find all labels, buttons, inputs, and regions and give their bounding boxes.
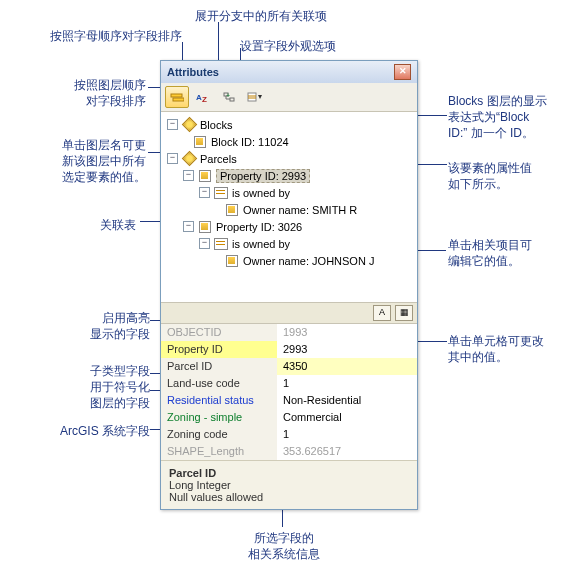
grid-field-name: Zoning code — [161, 426, 277, 443]
tree-label: is owned by — [232, 187, 290, 199]
callout-alpha-order: 按照字母顺序对字段排序 — [50, 28, 182, 44]
toolbar: AZ + — [161, 83, 417, 112]
tree-related-record-1[interactable]: Owner name: SMITH R — [165, 201, 413, 218]
svg-rect-5 — [230, 98, 234, 101]
callout-sysfield: ArcGIS 系统字段 — [30, 423, 150, 439]
grid-field-value[interactable]: 353.626517 — [277, 443, 417, 460]
layer-icon — [182, 153, 196, 165]
grid-field-name: Residential status — [161, 392, 277, 409]
tree-label: is owned by — [232, 238, 290, 250]
svg-marker-12 — [258, 95, 262, 99]
collapse-icon[interactable]: − — [167, 119, 178, 130]
callout-options: 设置字段外观选项 — [240, 38, 336, 54]
field-appearance-button[interactable] — [243, 86, 267, 108]
collapse-icon[interactable]: − — [199, 187, 210, 198]
titlebar[interactable]: Attributes ✕ — [161, 61, 417, 83]
field-info-line: Null values allowed — [169, 491, 409, 503]
feature-icon — [193, 136, 207, 148]
field-info-title: Parcel ID — [169, 467, 409, 479]
layer-order-button[interactable] — [165, 86, 189, 108]
tree-related-record-2[interactable]: Owner name: JOHNSON J — [165, 252, 413, 269]
view-mode-button-2[interactable]: ▦ — [395, 305, 413, 321]
grid-row[interactable]: SHAPE_Length353.626517 — [161, 443, 417, 460]
tree-label: Owner name: JOHNSON J — [243, 255, 374, 267]
grid-toolbar: A ▦ — [161, 302, 417, 324]
feature-icon — [198, 221, 212, 233]
grid-field-name: Land-use code — [161, 375, 277, 392]
callout-clickcell: 单击单元格可更改 其中的值。 — [448, 333, 544, 365]
attribute-grid: OBJECTID1993Property ID2993Parcel ID4350… — [161, 324, 417, 460]
collapse-icon[interactable]: − — [183, 170, 194, 181]
callout-displayexpr: Blocks 图层的显示 表达式为“Block ID:” 加一个 ID。 — [448, 93, 547, 142]
view-mode-button-1[interactable]: A — [373, 305, 391, 321]
field-info-line: Long Integer — [169, 479, 409, 491]
svg-rect-1 — [173, 98, 184, 101]
grid-field-value[interactable]: 2993 — [277, 341, 417, 358]
callout-clickrelated: 单击相关项目可 编辑它的值。 — [448, 237, 532, 269]
tree-feature-block[interactable]: Block ID: 11024 — [165, 133, 413, 150]
collapse-icon[interactable]: − — [199, 238, 210, 249]
field-info-box: Parcel ID Long Integer Null values allow… — [161, 460, 417, 509]
grid-field-value[interactable]: 1 — [277, 375, 417, 392]
grid-field-value[interactable]: Commercial — [277, 409, 417, 426]
callout-hlfield: 启用高亮 显示的字段 — [70, 310, 150, 342]
grid-row[interactable]: Land-use code1 — [161, 375, 417, 392]
feature-icon — [198, 170, 212, 182]
grid-field-name: Zoning - simple — [161, 409, 277, 426]
close-icon[interactable]: ✕ — [394, 64, 411, 80]
grid-field-name: SHAPE_Length — [161, 443, 277, 460]
grid-row[interactable]: Residential statusNon-Residential — [161, 392, 417, 409]
callout-reltable: 关联表 — [100, 217, 136, 233]
callout-subtype: 子类型字段 用于符号化 图层的字段 — [56, 363, 150, 412]
tree-label: Property ID: 2993 — [216, 169, 310, 183]
callout-bottom: 所选字段的 相关系统信息 — [248, 530, 320, 562]
callout-layer-order: 按照图层顺序 对字段排序 — [26, 77, 146, 109]
record-icon — [225, 255, 239, 267]
tree-feature-parcel-1[interactable]: − Property ID: 2993 — [165, 167, 413, 184]
tree-label: Property ID: 3026 — [216, 221, 302, 233]
grid-row[interactable]: OBJECTID1993 — [161, 324, 417, 341]
tree-label: Block ID: 11024 — [211, 136, 289, 148]
callout-layerclick: 单击图层名可更 新该图层中所有 选定要素的值。 — [26, 137, 146, 186]
svg-text:Z: Z — [202, 95, 207, 103]
svg-text:+: + — [226, 92, 230, 99]
grid-field-name: Parcel ID — [161, 358, 277, 375]
grid-field-value[interactable]: 1 — [277, 426, 417, 443]
grid-row[interactable]: Zoning - simpleCommercial — [161, 409, 417, 426]
grid-field-name: Property ID — [161, 341, 277, 358]
expand-related-button[interactable]: + — [217, 86, 241, 108]
callout-attrval: 该要素的属性值 如下所示。 — [448, 160, 532, 192]
attributes-window: Attributes ✕ AZ + − Blocks Block ID: 110… — [160, 60, 418, 510]
relationship-icon — [214, 187, 228, 199]
tree-layer-blocks[interactable]: − Blocks — [165, 116, 413, 133]
record-icon — [225, 204, 239, 216]
tree-label: Owner name: SMITH R — [243, 204, 357, 216]
layer-icon — [182, 119, 196, 131]
grid-field-value[interactable]: Non-Residential — [277, 392, 417, 409]
tree-relationship-2[interactable]: − is owned by — [165, 235, 413, 252]
callout-expand: 展开分支中的所有关联项 — [195, 8, 327, 24]
grid-row[interactable]: Zoning code1 — [161, 426, 417, 443]
tree-feature-parcel-2[interactable]: − Property ID: 3026 — [165, 218, 413, 235]
relationship-icon — [214, 238, 228, 250]
tree-label: Blocks — [200, 119, 232, 131]
grid-field-name: OBJECTID — [161, 324, 277, 341]
grid-field-value[interactable]: 4350 — [277, 358, 417, 375]
window-title: Attributes — [167, 66, 219, 78]
collapse-icon[interactable]: − — [183, 221, 194, 232]
tree-panel: − Blocks Block ID: 11024 − Parcels − Pro… — [161, 112, 417, 302]
grid-row[interactable]: Property ID2993 — [161, 341, 417, 358]
tree-layer-parcels[interactable]: − Parcels — [165, 150, 413, 167]
alphabetical-order-button[interactable]: AZ — [191, 86, 215, 108]
svg-rect-9 — [248, 93, 256, 101]
tree-label: Parcels — [200, 153, 237, 165]
collapse-icon[interactable]: − — [167, 153, 178, 164]
grid-row[interactable]: Parcel ID4350 — [161, 358, 417, 375]
tree-relationship-1[interactable]: − is owned by — [165, 184, 413, 201]
grid-field-value[interactable]: 1993 — [277, 324, 417, 341]
svg-rect-0 — [171, 94, 182, 97]
